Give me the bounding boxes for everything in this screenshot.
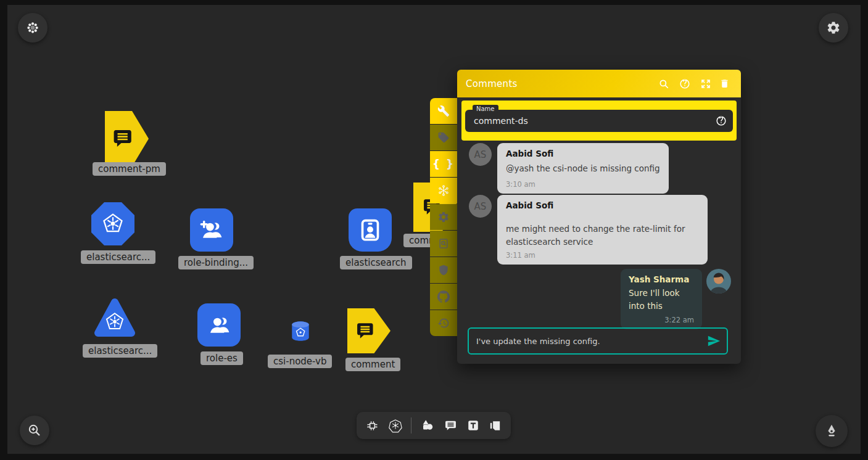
add-kubernetes-button[interactable] (388, 418, 403, 433)
message-author: Aabid Sofi (506, 149, 660, 158)
panel-help-button[interactable] (674, 78, 695, 89)
search-comments-button[interactable] (653, 78, 674, 89)
role-binding-icon (198, 216, 225, 244)
add-shape-button[interactable] (420, 418, 435, 433)
add-comment-button[interactable] (444, 419, 458, 433)
app-logo-button[interactable] (18, 13, 48, 43)
message-time: 3:22 am (629, 316, 694, 324)
comment-composer[interactable] (468, 327, 728, 355)
add-component-button[interactable] (365, 419, 379, 433)
message-time: 3:11 am (506, 251, 699, 260)
comment-glyph-icon (110, 126, 136, 152)
history-icon (437, 317, 450, 329)
text-icon (466, 419, 480, 432)
search-icon (658, 78, 669, 89)
pen-nib-icon (824, 423, 840, 439)
message-author: Aabid Sofi (506, 200, 699, 210)
hub-icon (437, 184, 450, 197)
node-role-binding[interactable] (190, 208, 233, 252)
hub-button[interactable] (430, 178, 457, 203)
name-input[interactable] (465, 116, 716, 126)
node-elasticsearch-triangle[interactable] (93, 296, 137, 340)
avatar-photo (706, 269, 731, 294)
comment-message: Yash Sharma Sure I'll look into this 3:2… (621, 269, 731, 329)
node-label: elasticsearch (340, 256, 412, 269)
kubernetes-icon (101, 212, 125, 236)
comment-message: AS Aabid Sofi me might need to change th… (469, 195, 708, 265)
github-icon (437, 290, 450, 303)
json-config-button[interactable]: { } (430, 151, 457, 177)
send-comment-button[interactable] (707, 334, 721, 348)
comments-panel-header[interactable]: Comments (457, 70, 741, 97)
comment-input[interactable] (469, 337, 707, 346)
add-image-button[interactable] (488, 419, 502, 433)
settings-button[interactable] (819, 13, 848, 43)
service-account-icon (357, 216, 384, 244)
help-icon (716, 115, 727, 126)
zoom-in-button[interactable] (20, 416, 49, 445)
help-icon (679, 78, 690, 89)
delete-node-button[interactable] (716, 78, 732, 89)
canvas-tools-toolbar (357, 412, 511, 439)
node-label: elasticsearc... (83, 344, 157, 358)
message-bubble: Aabid Sofi @yash the csi-node is missing… (497, 143, 669, 194)
inspect-button[interactable] (430, 231, 457, 257)
node-label: comment-pm (93, 162, 166, 176)
trash-icon (719, 78, 730, 89)
freehand-draw-button[interactable] (816, 415, 848, 447)
node-elasticsearch-serviceaccount[interactable] (349, 208, 392, 252)
wrench-icon (437, 105, 450, 117)
tag-icon (437, 131, 450, 144)
avatar: AS (469, 195, 492, 218)
node-action-toolbar: { } (430, 98, 457, 336)
add-text-button[interactable] (466, 419, 480, 432)
doc-search-icon (437, 237, 450, 250)
github-button[interactable] (430, 284, 457, 310)
send-icon (707, 334, 721, 348)
avatar: AS (469, 143, 492, 166)
role-icon (205, 311, 233, 339)
image-icon (488, 419, 502, 433)
tag-button[interactable] (430, 125, 457, 150)
history-button[interactable] (430, 310, 457, 336)
user-photo (706, 269, 731, 294)
node-label: elasticsearc... (81, 250, 155, 264)
node-role-es[interactable] (197, 303, 241, 347)
shapes-icon (420, 418, 435, 433)
name-field[interactable]: Name (465, 110, 733, 132)
message-text: @yash the csi-node is missing config (506, 162, 660, 175)
comment-icon (444, 419, 458, 433)
node-label: role-es (200, 351, 243, 365)
panel-title: Comments (466, 78, 653, 89)
name-field-label: Name (473, 105, 498, 113)
message-time: 3:10 am (506, 180, 660, 189)
resource-settings-button[interactable] (430, 204, 457, 230)
zoom-in-icon (27, 423, 42, 438)
expand-icon (700, 78, 711, 89)
toolbar-divider (411, 417, 411, 433)
name-help-button[interactable] (716, 115, 727, 126)
kubernetes-triangle-icon (93, 296, 137, 340)
node-label: role-binding... (178, 256, 254, 269)
component-icon (365, 419, 379, 433)
node-elasticsearch-octagon[interactable] (91, 202, 134, 245)
meshery-flower-icon (25, 20, 40, 35)
storage-cylinder-icon (289, 319, 312, 343)
node-csi-node-vb[interactable] (289, 319, 312, 343)
kubernetes-icon (388, 418, 403, 433)
braces-icon: { } (432, 158, 455, 170)
gear-icon (437, 211, 450, 223)
name-field-section: Name (461, 101, 737, 141)
gear-icon (826, 20, 841, 35)
comments-panel: Comments Name AS Aabid Sofi (457, 70, 741, 364)
comment-glyph-icon (354, 319, 378, 343)
security-button[interactable] (430, 257, 457, 283)
node-label: comment (345, 358, 400, 371)
node-label: csi-node-vb (268, 355, 332, 368)
expand-panel-button[interactable] (695, 78, 716, 89)
message-author: Yash Sharma (629, 274, 694, 284)
configure-button[interactable] (430, 98, 457, 124)
comment-message: AS Aabid Sofi @yash the csi-node is miss… (469, 143, 669, 194)
shield-icon (437, 264, 450, 276)
message-text: Sure I'll look into this (629, 287, 694, 313)
